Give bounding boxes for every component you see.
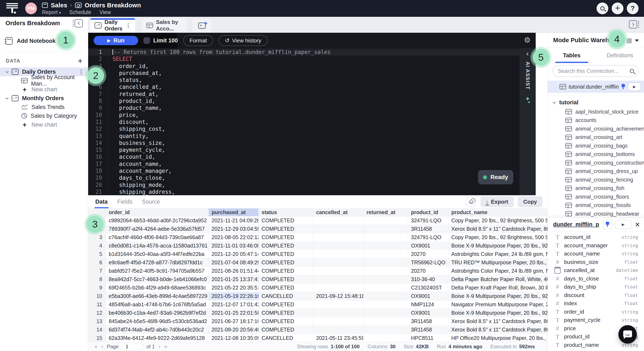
field-list-item[interactable]: payment_cycle string bbox=[548, 316, 644, 324]
cell-order-id[interactable]: be406b30-c1ba-4ed7-83a6-2962b9f7ef2d bbox=[106, 309, 209, 317]
table-list-item[interactable]: animal_crossing_headwear bbox=[548, 210, 644, 218]
next-page-button[interactable]: › bbox=[158, 343, 160, 350]
cell-status[interactable]: COMPLETED bbox=[258, 225, 313, 233]
connection-search-input[interactable]: Search this Connection... bbox=[553, 65, 639, 77]
code-line[interactable]: 15 payment_cycle, bbox=[88, 146, 520, 154]
code-line[interactable]: 9 product_name, bbox=[88, 104, 520, 112]
table-row[interactable]: 14 6d374f74-f4ab-4ef2-ab4c-7d0b443c20c2 … bbox=[88, 326, 548, 334]
chevron-down-icon[interactable] bbox=[6, 70, 9, 73]
cell-returned-at[interactable] bbox=[364, 216, 408, 224]
cell-order-id[interactable]: 8ea942d7-5cc7-4663-b0de-1eb41066efc0 bbox=[106, 275, 209, 284]
cell-product-name[interactable]: Xerox Bold 8.5" x 11" Cardstock Paper, 8… bbox=[448, 317, 548, 326]
format-button[interactable]: Format bbox=[183, 35, 213, 46]
field-list-item[interactable]: index float bbox=[548, 299, 644, 308]
field-list-item[interactable]: business_size float bbox=[548, 258, 644, 266]
cell-product-id[interactable]: 324791-LQO bbox=[408, 216, 448, 224]
last-page-button[interactable]: » bbox=[164, 343, 167, 350]
column-header-purchased-at[interactable]: purchased_at bbox=[209, 208, 258, 216]
cell-returned-at[interactable] bbox=[364, 326, 408, 334]
cell-product-name[interactable]: Boise X-9 Multipurpose Paper, 20 lbs., 9… bbox=[448, 242, 548, 250]
cell-status[interactable]: COMPLETED bbox=[258, 250, 313, 258]
code-line[interactable]: 5 status, bbox=[88, 76, 520, 84]
field-list-item[interactable]: account_name string bbox=[548, 250, 644, 258]
cell-cancelled-at[interactable] bbox=[313, 317, 364, 326]
table-list-item[interactable]: animal_crossing_dress_up bbox=[548, 167, 644, 176]
table-row[interactable]: 15 62a33f4e-6412-4fe9-9222-2d69afe95128 … bbox=[88, 334, 548, 342]
run-table-query-button[interactable]: ▶ bbox=[628, 82, 641, 91]
first-page-button[interactable]: « bbox=[94, 343, 98, 350]
table-list-item[interactable]: accounts bbox=[548, 116, 644, 125]
code-line[interactable]: 12 shipping_cost, bbox=[88, 126, 520, 132]
cell-product-id[interactable]: 20270 bbox=[408, 250, 448, 258]
cell-purchased-at[interactable]: 2021-11-01 03:46:08 bbox=[209, 242, 258, 250]
cell-returned-at[interactable] bbox=[364, 242, 408, 250]
code-line[interactable]: 8 product_id, bbox=[88, 98, 520, 104]
cell-product-name[interactable]: Delta Paper Butcher Paper Roll, White, 4… bbox=[448, 275, 548, 284]
page-number-input[interactable]: 1 bbox=[122, 343, 142, 350]
chevron-down-icon[interactable] bbox=[635, 40, 639, 42]
cell-product-id[interactable]: C2130240ST bbox=[408, 284, 448, 292]
cell-product-name[interactable]: Xerox Bold 8.5" x 11" Cardstock Paper, 8… bbox=[448, 225, 548, 233]
field-list-item[interactable]: days_to_close float bbox=[548, 274, 644, 283]
code-line[interactable]: 4 purchased_at, bbox=[88, 70, 520, 76]
table-detail-title[interactable]: dunder_mifflin_paper_s... bbox=[553, 221, 599, 228]
cell-returned-at[interactable] bbox=[364, 309, 408, 317]
pin-icon[interactable] bbox=[621, 84, 625, 90]
cell-purchased-at[interactable]: 2021-11-21 04:09:28 bbox=[209, 216, 258, 224]
cell-order-id[interactable]: c76acf4f-466d-4f06-84d3-739c0ae66a87 bbox=[106, 233, 209, 242]
table-row[interactable]: 5 b1d31644-35c0-40aa-a5f3-44f7edfe22ba 2… bbox=[88, 250, 548, 258]
column-header-order-id[interactable]: order_id bbox=[106, 208, 209, 216]
cell-product-id[interactable]: OX9001 bbox=[408, 292, 448, 300]
cell-order-id[interactable]: c8e0d081-c14a-4576-acca-11580ad13761 bbox=[106, 242, 209, 250]
cell-purchased-at[interactable]: 2021-07-04 08:49:29 bbox=[209, 258, 258, 266]
cell-returned-at[interactable] bbox=[364, 267, 408, 275]
cell-cancelled-at[interactable] bbox=[313, 326, 364, 334]
kebab-menu-icon[interactable]: ⋮ bbox=[126, 22, 131, 29]
table-list-item[interactable]: animal_crossing_bags bbox=[548, 142, 644, 150]
cell-order-id[interactable]: 69f24655-b2b6-4f29-a949-68aee536893c bbox=[106, 284, 209, 292]
table-row[interactable]: 9 69f24655-b2b6-4f29-a949-68aee536893c 2… bbox=[88, 284, 548, 292]
table-row[interactable]: 10 e5ba300f-ae66-43eb-899d-4c4ae5897229 … bbox=[88, 292, 548, 300]
help-button[interactable]: ? bbox=[627, 2, 638, 14]
code-line[interactable]: 21 shipping_address, bbox=[88, 188, 520, 195]
cell-product-name[interactable]: Astrobrights Color Paper, 24 lb./89 gsm,… bbox=[448, 267, 548, 275]
run-button[interactable]: ▶ Run bbox=[94, 36, 138, 45]
table-list-item[interactable]: animal_crossing_floors bbox=[548, 192, 644, 201]
cell-status[interactable]: COMPLETED bbox=[258, 275, 313, 284]
cell-purchased-at[interactable]: 2021-12-07 17:01:42 bbox=[209, 300, 258, 308]
chat-widget-button[interactable] bbox=[618, 325, 637, 344]
cell-product-name[interactable]: Boise X-9 Multipurpose Paper, 20 lbs., 9… bbox=[448, 292, 548, 300]
table-list-item[interactable]: animal_crossing_fossils bbox=[548, 201, 644, 210]
new-chart-tab-button[interactable] bbox=[192, 18, 212, 32]
tab-sales-by-account[interactable]: Sales by Acco... bbox=[142, 18, 186, 32]
table-row[interactable]: 12 be406b30-c1ba-4ed7-83a6-2962b9f7ef2d … bbox=[88, 309, 548, 317]
column-header-product-id[interactable]: product_id bbox=[408, 208, 448, 216]
cell-product-name[interactable]: Copy Paper, 20 lbs., 92 Brightness, 500 … bbox=[448, 216, 548, 224]
limit-toggle[interactable]: Limit 100 bbox=[144, 37, 178, 44]
column-header-product-name[interactable]: product_name bbox=[448, 208, 548, 216]
field-list-item[interactable]: cancelled_at datetime bbox=[548, 266, 644, 274]
cell-product-name[interactable]: Xerox Bold 8.5" x 11" Cardstock Paper, 8… bbox=[448, 326, 548, 334]
mode-logo[interactable] bbox=[6, 3, 19, 14]
cell-cancelled-at[interactable] bbox=[313, 309, 364, 317]
cell-returned-at[interactable] bbox=[364, 292, 408, 300]
code-line[interactable]: 20 shipping_mode, bbox=[88, 182, 520, 188]
code-line[interactable]: 2 SELECT bbox=[88, 56, 520, 62]
add-notebook-button[interactable]: Add Notebook bbox=[6, 36, 88, 46]
cell-cancelled-at[interactable] bbox=[313, 258, 364, 266]
chevron-left-icon[interactable] bbox=[526, 52, 530, 56]
sidebar-item-sales-by-account-manager[interactable]: Sales by Account Man... bbox=[0, 76, 88, 85]
menu-view[interactable]: View bbox=[100, 9, 111, 15]
cell-product-id[interactable]: 3R11458 bbox=[408, 317, 448, 326]
copy-link-button[interactable] bbox=[465, 196, 476, 207]
cell-product-id[interactable]: HPC8511 bbox=[408, 334, 448, 342]
menu-schedule[interactable]: Schedule bbox=[69, 9, 91, 15]
cell-product-id[interactable]: 3R11458 bbox=[408, 326, 448, 334]
cell-cancelled-at[interactable] bbox=[313, 275, 364, 284]
breadcrumb-report[interactable]: Orders Breakdown bbox=[84, 2, 141, 9]
cell-cancelled-at[interactable]: 2021-05-11 23:45:59 bbox=[313, 334, 364, 342]
prev-page-button[interactable]: ‹ bbox=[101, 343, 103, 350]
code-line[interactable]: 13 quantity, bbox=[88, 133, 520, 140]
table-list-item[interactable]: animal_crossing_art bbox=[548, 133, 644, 142]
cell-status[interactable]: COMPLETED bbox=[258, 300, 313, 308]
